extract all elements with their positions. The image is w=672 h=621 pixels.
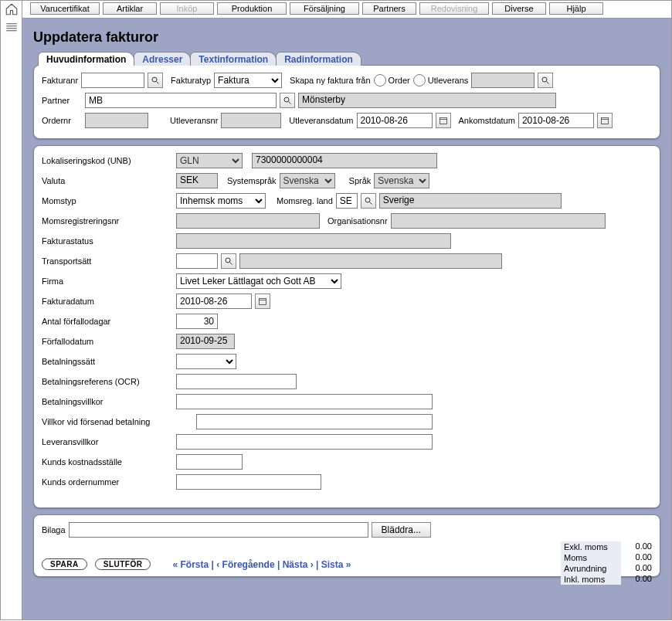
fakturanr-label: Fakturanr [42, 76, 78, 85]
utleveransdatum-calendar-icon[interactable] [436, 113, 451, 128]
svg-point-10 [365, 198, 370, 202]
valuta-label: Valuta [42, 176, 173, 185]
svg-line-1 [157, 82, 159, 84]
momstyp-select[interactable]: Inhemsk moms [176, 193, 266, 209]
partner-search-icon[interactable] [280, 93, 295, 108]
top-menu-bar: Varucertifikat Artiklar Inköp Produktion… [22, 1, 671, 19]
ankomstdatum-calendar-icon[interactable] [597, 113, 613, 128]
skapa-label: Skapa ny faktura från [290, 76, 371, 85]
fakturadatum-calendar-icon[interactable] [255, 294, 270, 309]
ankomstdatum-label: Ankomstdatum [459, 116, 515, 125]
footer-panel: Bilaga Bläddra... Exkl. moms0.00 Moms0.0… [33, 514, 660, 577]
tab-radinformation[interactable]: Radinformation [276, 52, 361, 66]
momsregnr-readonly [176, 213, 320, 229]
utleverans-search-icon[interactable] [538, 73, 553, 88]
momsreg-land-code-input[interactable] [336, 193, 358, 209]
betvillkor-input[interactable] [176, 394, 433, 409]
tot-moms-label: Moms [561, 552, 621, 563]
svg-line-13 [230, 263, 232, 265]
transport-search-icon[interactable] [221, 253, 236, 269]
order-label: Order [389, 76, 410, 85]
leveransvillkor-input[interactable] [176, 434, 433, 450]
menu-redovisning: Redovisning [419, 2, 489, 15]
tot-moms-val: 0.00 [626, 552, 652, 563]
utleveransdatum-input[interactable] [357, 113, 433, 128]
tot-avr-val: 0.00 [626, 563, 652, 574]
kundorder-label: Kunds ordernummer [42, 477, 173, 487]
menu-varucertifikat[interactable]: Varucertifikat [30, 2, 100, 15]
tab-adresser[interactable]: Adresser [134, 52, 191, 66]
utleverans-opt-label: Utleverans [428, 76, 469, 85]
tot-exkl-label: Exkl. moms [561, 541, 621, 552]
partner-name-readonly: Mönsterby [298, 93, 556, 108]
menu-icon[interactable] [5, 21, 19, 36]
ocr-label: Betalningsreferens (OCR) [42, 377, 173, 386]
menu-inkop: Inköp [160, 2, 214, 15]
systemsprak-select: Svenska [280, 173, 335, 188]
utleveransdatum-label: Utleveransdatum [289, 116, 353, 125]
lokkod-label: Lokaliseringskod (UNB) [42, 156, 173, 165]
utleverans-search-input [471, 73, 535, 88]
nav-first[interactable]: « Första [172, 559, 209, 570]
finish-button[interactable]: SLUTFÖR [95, 558, 151, 570]
svg-point-4 [284, 97, 289, 102]
firma-select[interactable]: Livet Leker Lättlagat och Gott AB [176, 273, 341, 289]
header-panel: Fakturanr Fakturatyp Faktura Skapa ny fa… [33, 65, 660, 139]
lokkod-type-select: GLN [176, 153, 243, 168]
kundorder-input[interactable] [176, 474, 321, 490]
home-icon[interactable] [5, 2, 19, 18]
svg-point-12 [226, 258, 230, 263]
fakturadatum-input[interactable] [176, 294, 252, 309]
tot-avr-label: Avrundning [561, 563, 621, 574]
nav-last[interactable]: Sista » [321, 559, 351, 570]
svg-rect-8 [601, 118, 608, 124]
betalningssatt-select[interactable] [176, 354, 236, 369]
fakturanr-search-icon[interactable] [148, 73, 163, 88]
fakturanr-input[interactable] [81, 73, 144, 88]
svg-rect-6 [440, 118, 446, 124]
totals-block: Exkl. moms0.00 Moms0.00 Avrundning0.00 I… [561, 541, 652, 585]
fakturatyp-label: Fakturatyp [171, 76, 211, 85]
save-button[interactable]: SPARA [42, 558, 87, 570]
menu-produktion[interactable]: Produktion [217, 2, 287, 15]
svg-line-3 [547, 82, 549, 84]
browse-button[interactable]: Bläddra... [372, 522, 431, 538]
partner-code-input[interactable] [85, 93, 277, 108]
fakturadatum-label: Fakturadatum [42, 297, 173, 306]
transport-code-input[interactable] [176, 253, 218, 269]
ankomstdatum-input[interactable] [518, 113, 594, 128]
svg-line-11 [369, 202, 372, 205]
momstyp-label: Momstyp [42, 196, 173, 205]
tab-huvudinformation[interactable]: Huvudinformation [38, 52, 134, 66]
menu-diverse[interactable]: Diverse [492, 2, 546, 15]
momsreg-land-label: Momsreg. land [277, 196, 333, 205]
tot-inkl-label: Inkl. moms [561, 574, 621, 585]
forfallodagar-input[interactable] [176, 314, 218, 329]
menu-partners[interactable]: Partners [362, 2, 416, 15]
tot-inkl-val: 0.00 [626, 574, 652, 585]
nav-next[interactable]: Nästa › [283, 559, 314, 570]
utleveransnr-readonly [221, 113, 281, 128]
svg-point-2 [542, 77, 547, 82]
sprak-select: Svenska [374, 173, 429, 188]
menu-artiklar[interactable]: Artiklar [103, 2, 157, 15]
tab-textinformation[interactable]: Textinformation [190, 52, 277, 66]
svg-line-5 [289, 102, 291, 104]
utleverans-radio[interactable] [413, 74, 426, 87]
systemsprak-label: Systemspråk [227, 176, 277, 185]
forsenad-input[interactable] [196, 414, 433, 429]
body-panel: Lokaliseringskod (UNB) GLN 7300000000004… [33, 145, 660, 508]
bilaga-input[interactable] [69, 522, 368, 538]
sprak-label: Språk [349, 176, 372, 185]
menu-forsaljning[interactable]: Försäljning [290, 2, 359, 15]
order-radio[interactable] [374, 74, 386, 87]
ocr-input[interactable] [176, 374, 297, 389]
forfallodatum-readonly: 2010-09-25 [176, 334, 235, 349]
fakturatyp-select[interactable]: Faktura [214, 73, 282, 88]
kostnadsstalle-input[interactable] [176, 454, 243, 470]
menu-hjalp[interactable]: Hjälp [549, 2, 603, 15]
nav-prev[interactable]: ‹ Föregående [216, 559, 274, 570]
transport-label: Transportsätt [42, 256, 173, 266]
forsenad-label: Villkor vid försenad betalning [42, 417, 193, 426]
momsreg-land-search-icon[interactable] [361, 193, 376, 209]
